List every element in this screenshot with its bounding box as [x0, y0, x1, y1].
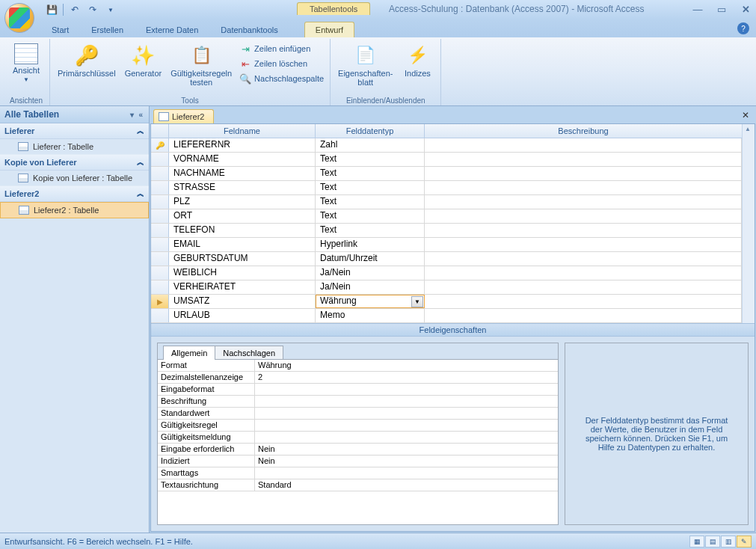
qat-customize[interactable]: ▼: [102, 2, 119, 17]
property-value[interactable]: [255, 467, 558, 479]
field-type-cell[interactable]: Text: [316, 153, 425, 166]
property-row[interactable]: IndiziertNein: [158, 456, 558, 467]
maximize-button[interactable]: ▭: [716, 3, 728, 15]
field-desc-cell[interactable]: [425, 280, 742, 294]
property-value[interactable]: [255, 396, 558, 407]
row-selector[interactable]: ▶: [151, 295, 169, 308]
field-desc-cell[interactable]: [425, 295, 742, 308]
property-row[interactable]: Gültigkeitsmeldung: [158, 432, 558, 444]
field-desc-cell[interactable]: [425, 252, 742, 266]
property-row[interactable]: Standardwert: [158, 408, 558, 420]
minimize-button[interactable]: —: [692, 3, 704, 15]
property-value[interactable]: 2: [255, 372, 558, 383]
property-value[interactable]: [255, 420, 558, 431]
qat-undo[interactable]: ↶: [67, 2, 83, 17]
primary-key-button[interactable]: 🔑 Primärschlüssel: [55, 42, 119, 79]
close-document-button[interactable]: ✕: [742, 110, 749, 120]
view-pivottable[interactable]: ▤: [705, 536, 720, 548]
property-row[interactable]: TextausrichtungStandard: [158, 479, 558, 491]
field-desc-cell[interactable]: [425, 167, 742, 180]
field-name-cell[interactable]: UMSATZ: [169, 295, 316, 308]
office-button[interactable]: [4, 3, 34, 33]
property-value[interactable]: Nein: [255, 456, 558, 467]
view-pivotchart[interactable]: ▥: [721, 536, 736, 548]
field-type-cell[interactable]: Text: [316, 181, 425, 194]
qat-redo[interactable]: ↷: [84, 2, 101, 17]
column-header-fieldname[interactable]: Feldname: [169, 124, 316, 138]
tab-externe-daten[interactable]: Externe Daten: [135, 22, 209, 37]
field-row[interactable]: VERHEIRATET Ja/Nein: [151, 280, 742, 295]
field-row[interactable]: URLAUB Memo: [151, 309, 742, 323]
field-desc-cell[interactable]: [425, 224, 742, 237]
row-selector[interactable]: [151, 309, 169, 322]
field-desc-cell[interactable]: [425, 195, 742, 209]
navgroup-header[interactable]: Lieferer︽: [0, 123, 149, 139]
field-row[interactable]: TELEFON Text: [151, 224, 742, 238]
property-sheet-button[interactable]: 📄 Eigenschaften- blatt: [335, 42, 396, 88]
property-value[interactable]: Währung: [255, 360, 558, 371]
insert-rows-button[interactable]: ⇥Zeilen einfügen: [238, 42, 325, 55]
field-row[interactable]: STRASSE Text: [151, 181, 742, 195]
column-header-description[interactable]: Beschreibung: [425, 124, 742, 138]
field-name-cell[interactable]: VORNAME: [169, 153, 316, 166]
field-desc-cell[interactable]: [425, 138, 742, 152]
field-desc-cell[interactable]: [425, 153, 742, 166]
field-name-cell[interactable]: TELEFON: [169, 224, 316, 237]
validate-rules-button[interactable]: 📋 Gültigkeitsregeln testen: [168, 42, 235, 88]
field-name-cell[interactable]: ORT: [169, 209, 316, 223]
property-value[interactable]: Nein: [255, 444, 558, 455]
field-row[interactable]: ORT Text: [151, 209, 742, 224]
row-selector[interactable]: [151, 209, 169, 223]
tab-erstellen[interactable]: Erstellen: [80, 22, 135, 37]
row-selector[interactable]: [151, 167, 169, 180]
navpane-header[interactable]: Alle Tabellen ▾«: [0, 106, 149, 123]
field-name-cell[interactable]: STRASSE: [169, 181, 316, 194]
field-desc-cell[interactable]: [425, 209, 742, 223]
close-button[interactable]: ✕: [740, 3, 752, 15]
nav-item[interactable]: Kopie von Lieferer : Tabelle: [0, 171, 149, 186]
field-type-cell[interactable]: Währung▼: [316, 295, 425, 308]
field-row[interactable]: WEIBLICH Ja/Nein: [151, 266, 742, 280]
delete-rows-button[interactable]: ⇤Zeilen löschen: [238, 57, 325, 70]
field-type-cell[interactable]: Text: [316, 167, 425, 180]
nav-item[interactable]: Lieferer : Tabelle: [0, 139, 149, 155]
ansicht-button[interactable]: Ansicht ▼: [7, 42, 45, 85]
nav-item[interactable]: Lieferer2 : Tabelle: [0, 202, 149, 218]
field-row[interactable]: PLZ Text: [151, 195, 742, 209]
field-type-cell[interactable]: Ja/Nein: [316, 266, 425, 280]
property-row[interactable]: Eingabe erforderlichNein: [158, 444, 558, 456]
field-row[interactable]: GEBURTSDATUM Datum/Uhrzeit: [151, 252, 742, 266]
property-value[interactable]: [255, 384, 558, 395]
field-row[interactable]: NACHNAME Text: [151, 167, 742, 181]
navpane-dropdown[interactable]: ▾: [129, 111, 135, 119]
tab-nachschlagen[interactable]: Nachschlagen: [215, 346, 283, 360]
field-name-cell[interactable]: WEIBLICH: [169, 266, 316, 280]
row-selector[interactable]: 🔑: [151, 138, 169, 152]
property-row[interactable]: Dezimalstellenanzeige2: [158, 372, 558, 384]
row-selector[interactable]: [151, 224, 169, 237]
tab-datenbanktools[interactable]: Datenbanktools: [209, 22, 289, 37]
property-row[interactable]: FormatWährung: [158, 360, 558, 372]
view-design[interactable]: ✎: [737, 536, 752, 548]
field-desc-cell[interactable]: [425, 238, 742, 251]
tab-start[interactable]: Start: [40, 22, 80, 37]
indexes-button[interactable]: ⚡ Indizes: [399, 42, 436, 79]
field-name-cell[interactable]: GEBURTSDATUM: [169, 252, 316, 266]
row-selector[interactable]: [151, 238, 169, 251]
tab-allgemein[interactable]: Allgemein: [163, 346, 215, 360]
row-selector[interactable]: [151, 181, 169, 194]
field-type-cell[interactable]: Hyperlink: [316, 238, 425, 251]
tab-entwurf[interactable]: Entwurf: [304, 22, 354, 37]
navpane-collapse[interactable]: «: [137, 111, 144, 119]
document-tab[interactable]: Lieferer2: [153, 109, 214, 123]
property-row[interactable]: Beschriftung: [158, 396, 558, 408]
property-value[interactable]: [255, 408, 558, 419]
lookup-column-button[interactable]: 🔍Nachschlagespalte: [238, 72, 325, 85]
dropdown-button[interactable]: ▼: [411, 296, 423, 307]
navgroup-header[interactable]: Kopie von Lieferer︽: [0, 155, 149, 171]
row-selector[interactable]: [151, 252, 169, 266]
property-row[interactable]: Eingabeformat: [158, 384, 558, 396]
field-desc-cell[interactable]: [425, 309, 742, 322]
field-row[interactable]: ▶ UMSATZ Währung▼: [151, 295, 742, 309]
field-type-cell[interactable]: Ja/Nein: [316, 280, 425, 294]
